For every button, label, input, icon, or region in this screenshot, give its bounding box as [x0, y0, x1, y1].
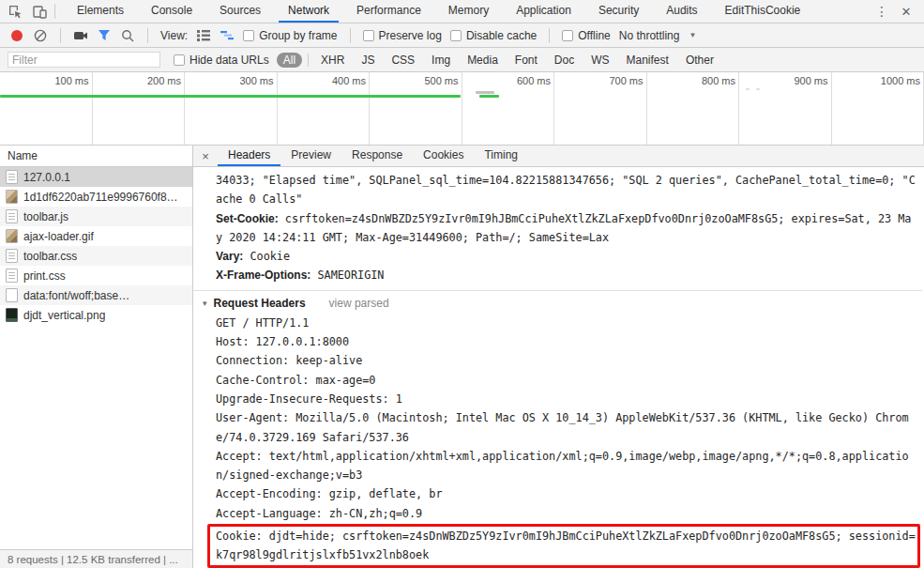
ruler-tick-label: 100 ms [0, 72, 92, 86]
request-headers-title[interactable]: Request Headers [214, 297, 306, 310]
file-type-icon [6, 229, 18, 243]
request-name: toolbar.css [23, 250, 77, 263]
view-parsed-link[interactable]: view parsed [329, 297, 389, 310]
request-details-panel: × HeadersPreviewResponseCookiesTiming 34… [193, 146, 924, 568]
request-row[interactable]: toolbar.css [0, 246, 192, 266]
overview-waterfall-bar-green [479, 95, 499, 98]
request-row[interactable]: data:font/woff;base… [0, 285, 192, 305]
offline-checkbox[interactable] [562, 30, 573, 41]
filter-type-js[interactable]: JS [355, 53, 381, 68]
tab-console[interactable]: Console [142, 0, 202, 23]
request-row[interactable]: toolbar.js [0, 207, 192, 226]
use-large-rows-icon[interactable] [196, 28, 211, 43]
filter-type-manifest[interactable]: Manifest [620, 53, 675, 68]
tab-memory[interactable]: Memory [439, 0, 498, 23]
device-toolbar-icon[interactable] [32, 4, 47, 19]
request-header-line: n/signed-exchange;v=b3 [216, 466, 922, 484]
search-icon[interactable] [120, 28, 135, 43]
ruler-tick-label: 600 ms [462, 72, 554, 86]
request-row[interactable]: djdt_vertical.png [0, 305, 192, 325]
ruler-tick-label: 200 ms [93, 72, 185, 86]
details-tab-timing[interactable]: Timing [474, 146, 528, 166]
ruler-tick-label: 300 ms [185, 72, 277, 86]
throttling-select[interactable]: No throttling ▼ [619, 29, 697, 42]
file-type-icon [6, 190, 18, 204]
divider [549, 28, 550, 43]
disclosure-triangle-icon[interactable]: ▾ [203, 299, 207, 308]
request-headers-lines: GET / HTTP/1.1Host: 127.0.0.1:8000Connec… [216, 314, 922, 523]
request-header-line: Host: 127.0.0.1:8000 [216, 332, 922, 351]
filter-input[interactable] [8, 52, 160, 68]
details-tab-cookies[interactable]: Cookies [413, 146, 474, 166]
name-column-header[interactable]: Name [0, 146, 192, 167]
header-value: Cookie [243, 250, 290, 263]
tab-audits[interactable]: Audits [657, 0, 706, 23]
filter-type-all[interactable]: All [277, 53, 302, 68]
divider [308, 54, 309, 67]
filter-type-ws[interactable]: WS [584, 53, 615, 68]
more-options-icon[interactable]: ⋮ [871, 4, 892, 19]
response-header-line: y 2020 14:24:11 GMT; Max-Age=31449600; P… [216, 228, 922, 247]
response-header-line: 34033; "Elapsed time", SQLPanel_sql_time… [216, 171, 922, 190]
tab-security[interactable]: Security [589, 0, 648, 23]
overview-marker-dot [746, 88, 750, 90]
overview-time-ruler: 100 ms200 ms300 ms400 ms500 ms600 ms700 … [0, 72, 924, 145]
response-header-line: Set-Cookie: csrftoken=z4sDnWBZDz5Y9zIvr0… [216, 209, 922, 228]
network-filter-bar: Hide data URLs AllXHRJSCSSImgMediaFontDo… [0, 48, 924, 72]
request-list-panel: Name 127.0.0.11d1df6220ab711e9996760f8…t… [0, 146, 193, 568]
request-rows: 127.0.0.11d1df6220ab711e9996760f8…toolba… [0, 167, 192, 549]
ruler-column: 200 ms [93, 72, 186, 145]
show-overview-waterfall-icon[interactable] [220, 28, 235, 43]
hide-data-urls-label: Hide data URLs [189, 54, 269, 67]
group-by-frame-checkbox[interactable] [243, 30, 254, 41]
request-row[interactable]: 1d1df6220ab711e9996760f8… [0, 187, 192, 207]
response-headers-lines: 34033; "Elapsed time", SQLPanel_sql_time… [216, 171, 922, 285]
details-tabbar: × HeadersPreviewResponseCookiesTiming [193, 146, 924, 167]
disable-cache-checkbox[interactable] [450, 30, 462, 41]
request-header-line: Cache-Control: max-age=0 [216, 371, 922, 390]
tab-elements[interactable]: Elements [68, 0, 133, 23]
request-row[interactable]: 127.0.0.1 [0, 167, 192, 187]
filter-type-xhr[interactable]: XHR [314, 53, 351, 68]
filter-type-font[interactable]: Font [508, 53, 544, 68]
tab-network[interactable]: Network [279, 0, 339, 23]
ruler-column: 400 ms [278, 72, 371, 145]
section-divider [193, 290, 922, 291]
devtools-tabbar: ElementsConsoleSourcesNetworkPerformance… [0, 0, 924, 23]
tab-editthiscookie[interactable]: EditThisCookie [716, 0, 810, 23]
ruler-column: 600 ms [462, 72, 555, 145]
preserve-log-label: Preserve log [379, 29, 442, 42]
close-devtools-icon[interactable]: ✕ [896, 5, 916, 19]
cookie-header-line: Cookie: djdt=hide; csrftoken=z4sDnWBZDz5… [216, 527, 917, 545]
request-row[interactable]: ajax-loader.gif [0, 226, 192, 246]
filter-type-img[interactable]: Img [425, 53, 457, 68]
details-tab-preview[interactable]: Preview [280, 146, 341, 166]
filter-icon[interactable] [97, 28, 112, 43]
inspect-element-icon[interactable] [8, 4, 23, 19]
filter-type-css[interactable]: CSS [385, 53, 421, 68]
header-value: y 2020 14:24:11 GMT; Max-Age=31449600; P… [216, 231, 609, 244]
tab-performance[interactable]: Performance [347, 0, 431, 23]
details-tab-headers[interactable]: Headers [218, 146, 280, 166]
header-value: 34033; "Elapsed time", SQLPanel_sql_time… [216, 174, 916, 187]
details-tab-response[interactable]: Response [341, 146, 413, 166]
request-header-line: Accept-Encoding: gzip, deflate, br [216, 484, 922, 503]
response-header-line: Vary: Cookie [216, 247, 922, 266]
preserve-log-checkbox[interactable] [363, 30, 374, 41]
hide-data-urls-checkbox[interactable] [174, 54, 185, 66]
capture-screenshots-icon[interactable] [73, 28, 88, 43]
request-row[interactable]: print.css [0, 266, 192, 285]
header-name: X-Frame-Options: [216, 269, 311, 282]
request-header-line: User-Agent: Mozilla/5.0 (Macintosh; Inte… [216, 408, 922, 427]
network-overview[interactable]: 100 ms200 ms300 ms400 ms500 ms600 ms700 … [0, 72, 924, 146]
request-header-line: Accept: text/html,application/xhtml+xml,… [216, 447, 922, 466]
filter-type-media[interactable]: Media [461, 53, 505, 68]
record-network-log-icon[interactable] [9, 28, 24, 43]
request-header-line: e/74.0.3729.169 Safari/537.36 [216, 428, 922, 447]
tab-application[interactable]: Application [507, 0, 581, 23]
filter-type-doc[interactable]: Doc [548, 53, 581, 68]
tab-sources[interactable]: Sources [210, 0, 270, 23]
close-details-icon[interactable]: × [193, 149, 218, 163]
filter-type-other[interactable]: Other [679, 53, 720, 68]
clear-network-log-icon[interactable] [33, 28, 48, 43]
